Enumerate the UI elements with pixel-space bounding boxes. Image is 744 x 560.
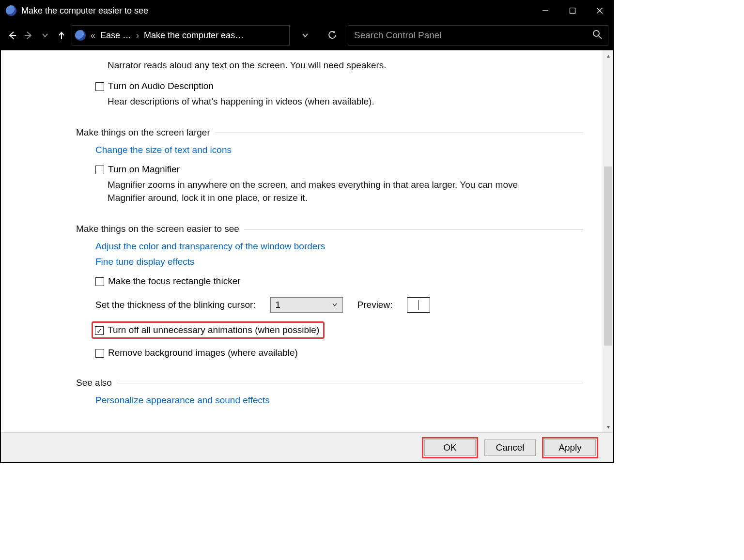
cancel-button[interactable]: Cancel	[484, 439, 536, 456]
audio-description-checkbox[interactable]	[95, 82, 104, 91]
cursor-preview	[407, 297, 430, 313]
svg-line-8	[599, 36, 602, 39]
focus-rectangle-checkbox[interactable]	[95, 277, 104, 286]
audio-description-label: Turn on Audio Description	[108, 81, 214, 91]
divider	[244, 229, 583, 229]
maximize-button[interactable]	[559, 1, 586, 20]
section-easier-title: Make things on the screen easier to see	[76, 224, 239, 234]
forward-button[interactable]	[22, 29, 35, 42]
fine-tune-link[interactable]: Fine tune display effects	[95, 257, 583, 267]
chevron-left-icon: «	[91, 30, 95, 41]
search-placeholder: Search Control Panel	[354, 30, 442, 41]
turn-off-animations-checkbox[interactable]	[95, 326, 104, 335]
magnifier-label: Turn on Magnifier	[108, 164, 180, 175]
audio-description-desc: Hear descriptions of what's happening in…	[108, 95, 534, 108]
narrator-description: Narrator reads aloud any text on the scr…	[108, 59, 534, 72]
navbar: « Ease … › Make the computer eas… Search…	[1, 20, 613, 50]
magnifier-checkbox[interactable]	[95, 166, 104, 174]
up-button[interactable]	[55, 29, 68, 42]
address-bar[interactable]: « Ease … › Make the computer eas…	[72, 25, 290, 45]
apply-button[interactable]: Apply	[544, 439, 596, 456]
highlight-box: Turn off all unnecessary animations (whe…	[92, 321, 325, 339]
adjust-color-link[interactable]: Adjust the color and transparency of the…	[95, 241, 583, 252]
chevron-down-icon	[332, 300, 338, 310]
breadcrumb-seg1[interactable]: Ease …	[100, 30, 131, 41]
search-input[interactable]: Search Control Panel	[348, 25, 608, 45]
button-bar: OK Cancel Apply	[1, 432, 613, 462]
divider	[215, 133, 583, 133]
svg-point-7	[593, 30, 599, 36]
section-larger-title: Make things on the screen larger	[76, 127, 210, 138]
app-icon	[6, 5, 16, 16]
search-icon	[592, 30, 602, 42]
scroll-thumb[interactable]	[604, 166, 612, 346]
turn-off-animations-label: Turn off all unnecessary animations (whe…	[108, 325, 319, 335]
back-button[interactable]	[6, 29, 18, 42]
breadcrumb-seg2[interactable]: Make the computer eas…	[144, 30, 244, 41]
remove-background-label: Remove background images (where availabl…	[108, 348, 298, 358]
svg-rect-1	[570, 8, 575, 14]
scroll-down-arrow[interactable]: ▾	[603, 422, 613, 432]
remove-background-checkbox[interactable]	[95, 349, 104, 358]
vertical-scrollbar[interactable]: ▴ ▾	[603, 50, 613, 432]
recent-dropdown[interactable]	[39, 29, 51, 42]
address-dropdown[interactable]	[294, 25, 317, 45]
magnifier-desc: Magnifier zooms in anywhere on the scree…	[108, 179, 534, 204]
personalize-link[interactable]: Personalize appearance and sound effects	[95, 395, 583, 406]
scroll-up-arrow[interactable]: ▴	[603, 50, 613, 61]
section-seealso-title: See also	[76, 378, 112, 388]
ok-button[interactable]: OK	[424, 439, 476, 456]
close-button[interactable]	[586, 1, 613, 20]
content-area: Narrator reads aloud any text on the scr…	[1, 50, 603, 432]
address-icon	[75, 30, 86, 41]
window-title: Make the computer easier to see	[21, 6, 148, 16]
refresh-button[interactable]	[321, 25, 344, 45]
change-size-link[interactable]: Change the size of text and icons	[95, 145, 583, 155]
cursor-thickness-label: Set the thickness of the blinking cursor…	[95, 300, 256, 310]
cursor-thickness-value: 1	[276, 300, 281, 310]
divider	[117, 383, 583, 383]
cursor-thickness-select[interactable]: 1	[270, 297, 343, 313]
chevron-right-icon: ›	[136, 30, 139, 41]
focus-rectangle-label: Make the focus rectangle thicker	[108, 276, 241, 287]
titlebar: Make the computer easier to see	[1, 1, 613, 20]
preview-label: Preview:	[357, 300, 393, 310]
minimize-button[interactable]	[532, 1, 559, 20]
